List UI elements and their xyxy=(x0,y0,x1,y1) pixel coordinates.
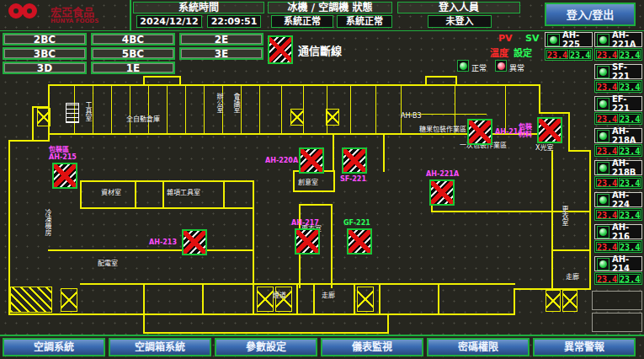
stair-x-icon xyxy=(326,109,339,126)
floor-button-4bc[interactable]: 4BC xyxy=(91,33,175,46)
floor-button-3e[interactable]: 3E xyxy=(179,47,263,60)
floor-button-2e[interactable]: 2E xyxy=(179,33,263,46)
divider xyxy=(130,0,131,30)
room-label: 創意室 xyxy=(298,179,318,186)
wall-segment xyxy=(202,283,204,315)
wall-segment xyxy=(383,133,385,172)
wall-segment xyxy=(293,170,295,192)
device-label: 包裝區AH-215 xyxy=(49,146,77,161)
wall-segment xyxy=(143,283,145,315)
device-commloss-icon[interactable] xyxy=(342,147,367,174)
device-commloss-icon[interactable] xyxy=(537,117,562,143)
device-label-line: GF-221 xyxy=(343,219,370,227)
unit-status-lamp-icon xyxy=(599,36,607,44)
wall-segment xyxy=(293,190,335,192)
nav-button-1[interactable]: 空調箱系統 xyxy=(109,338,211,356)
nav-button-0[interactable]: 空調系統 xyxy=(3,338,105,356)
wall-segment xyxy=(8,140,50,142)
device-label: 包裝材料 xyxy=(503,123,532,138)
room-label: 會議室 xyxy=(232,93,240,113)
device-commloss-icon[interactable] xyxy=(52,163,77,189)
room-label: 配電室 xyxy=(98,260,118,267)
room-label: 糖果包裝作業區 xyxy=(419,126,466,133)
device-label: AH-220A xyxy=(265,157,294,164)
unit-status-lamp-icon xyxy=(550,36,557,44)
abnormal-lamp-icon xyxy=(498,62,505,70)
stair-x-icon xyxy=(290,109,304,126)
device-label: SF-221 xyxy=(340,175,366,183)
nav-button-5[interactable]: 異常警報 xyxy=(533,338,636,356)
wall-segment xyxy=(259,84,260,133)
login-label: 登入人員 xyxy=(397,2,520,13)
unit-values: 23.423.4 xyxy=(594,48,642,61)
unit-values: 23.423.4 xyxy=(545,48,593,61)
logo-subtitle: HUNYA FOODS xyxy=(51,18,98,24)
wall-segment xyxy=(223,180,225,207)
wall-segment xyxy=(162,180,164,207)
device-label: AH-221A xyxy=(426,170,459,178)
room-label: 冷凍機房 xyxy=(44,209,51,236)
device-label-line: AH-221A xyxy=(426,170,459,178)
unit-row-ah-225[interactable]: AH-225 xyxy=(545,32,593,47)
pv-caption-label: 溫度 xyxy=(490,46,508,59)
wall-segment xyxy=(296,283,298,315)
wall-segment xyxy=(299,204,333,206)
wall-segment xyxy=(455,76,457,86)
floor-button-1e[interactable]: 1E xyxy=(91,62,175,74)
stair-x-icon xyxy=(275,287,292,312)
device-commloss-icon[interactable] xyxy=(347,228,372,255)
device-commloss-icon[interactable] xyxy=(467,119,492,145)
floor-button-5bc[interactable]: 5BC xyxy=(91,47,175,60)
device-commloss-icon[interactable] xyxy=(182,229,207,255)
wall-segment xyxy=(281,84,282,133)
wall-segment xyxy=(354,283,355,315)
unit-lamp-box xyxy=(597,34,609,46)
nav-button-4[interactable]: 密碼權限 xyxy=(427,338,530,356)
logo-ring-icon xyxy=(22,3,37,19)
unit-sv-value: 23.4 xyxy=(619,50,641,59)
divider xyxy=(0,335,644,336)
wall-segment xyxy=(32,106,34,142)
floor-button-3bc[interactable]: 3BC xyxy=(3,47,87,60)
wall-segment xyxy=(539,112,570,114)
sv-caption-label: 設定 xyxy=(514,46,532,59)
login-logout-button[interactable]: 登入/登出 xyxy=(545,3,636,26)
unit-row-ah-221a[interactable]: AH-221A xyxy=(594,32,642,47)
stair-hatch-icon xyxy=(10,287,52,313)
room-label: 走廊 xyxy=(322,292,335,299)
unit-id-label: AH-221A xyxy=(612,30,641,49)
stair-x-icon xyxy=(562,290,577,312)
wall-segment xyxy=(143,76,181,78)
abnormal-legend-label: 異常 xyxy=(509,62,524,73)
room-label: 走廊 xyxy=(566,273,579,281)
system-time-label: 系統時間 xyxy=(133,2,264,13)
unit-pv-value: 23.4 xyxy=(546,50,568,59)
device-label-line: 包裝 xyxy=(503,123,532,131)
device-label: AH-213 xyxy=(148,238,177,246)
device-commloss-icon[interactable] xyxy=(429,180,455,206)
wall-segment xyxy=(130,84,130,133)
pv-legend-label: PV xyxy=(498,33,513,44)
login-status-value: 未登入 xyxy=(428,15,492,28)
wall-segment xyxy=(48,84,540,86)
room-label: 辦公室 xyxy=(216,93,223,113)
logo: 宏亞食品 HUNYA FOODS xyxy=(2,1,130,29)
nav-button-2[interactable]: 參數設定 xyxy=(215,338,317,356)
wall-segment xyxy=(589,150,591,290)
device-commloss-icon[interactable] xyxy=(299,147,324,174)
wall-segment xyxy=(167,84,168,133)
floor-button-3d[interactable]: 3D xyxy=(3,62,87,74)
wall-segment xyxy=(143,332,389,334)
wall-segment xyxy=(143,313,145,334)
device-label-line: AH-217 xyxy=(291,219,319,227)
device-label-line: AH-215 xyxy=(49,153,77,161)
room-label: 工具室 xyxy=(84,101,92,121)
wall-segment xyxy=(313,283,315,315)
device-commloss-icon[interactable] xyxy=(295,228,320,255)
floor-button-2bc[interactable]: 2BC xyxy=(3,33,87,46)
nav-button-3[interactable]: 儀表監視 xyxy=(321,338,423,356)
ahu-status-value: 系統正常 xyxy=(337,15,392,28)
wall-segment xyxy=(179,76,181,86)
device-label-line: 包裝區 xyxy=(49,146,77,153)
wall-segment xyxy=(333,170,335,192)
